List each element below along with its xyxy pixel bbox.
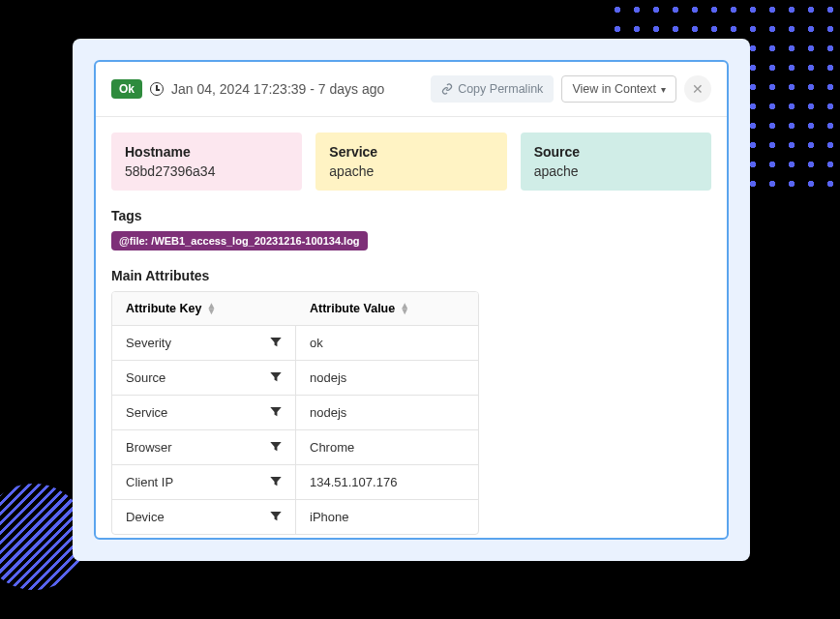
close-button[interactable]: ✕	[684, 75, 711, 103]
copy-permalink-button[interactable]: Copy Permalink	[431, 75, 554, 103]
attr-value: nodejs	[296, 396, 478, 429]
panel-inner: Ok Jan 04, 2024 17:23:39 - 7 days ago Co…	[94, 60, 729, 540]
attr-key: Device	[126, 510, 165, 524]
panel-outer: Ok Jan 04, 2024 17:23:39 - 7 days ago Co…	[73, 39, 750, 561]
info-boxes: Hostname 58bd27396a34 Service apache Sou…	[111, 133, 711, 191]
tag-pill[interactable]: @file: /WEB1_access_log_20231216-100134.…	[111, 231, 368, 251]
table-row: Sourcenodejs	[112, 361, 478, 396]
attr-key: Browser	[126, 440, 172, 455]
source-value: apache	[534, 163, 698, 179]
attr-key: Source	[126, 370, 165, 385]
view-in-context-label: View in Context	[572, 82, 656, 96]
timestamp: Jan 04, 2024 17:23:39 - 7 days ago	[171, 81, 423, 97]
table-row: Servicenodejs	[112, 396, 478, 430]
panel-header: Ok Jan 04, 2024 17:23:39 - 7 days ago Co…	[96, 62, 727, 117]
attr-value: iPhone	[296, 500, 478, 534]
attr-key: Severity	[126, 336, 171, 350]
source-label: Source	[534, 144, 698, 160]
hostname-label: Hostname	[125, 144, 288, 160]
service-value: apache	[329, 163, 493, 179]
copy-permalink-label: Copy Permalink	[458, 82, 543, 96]
attr-key: Service	[126, 405, 167, 420]
filter-icon[interactable]	[270, 440, 282, 455]
attr-value: nodejs	[296, 361, 478, 395]
attr-key-cell: Source	[112, 361, 296, 395]
attributes-table: Attribute Key ▲▼ Attribute Value ▲▼ Seve…	[111, 291, 479, 535]
column-value-header[interactable]: Attribute Value ▲▼	[296, 292, 478, 325]
sort-icon: ▲▼	[206, 303, 216, 314]
attr-key-cell: Browser	[112, 430, 296, 464]
source-box[interactable]: Source apache	[521, 133, 711, 191]
filter-icon[interactable]	[270, 336, 282, 350]
hostname-box[interactable]: Hostname 58bd27396a34	[111, 133, 302, 191]
table-row: Severityok	[112, 326, 478, 361]
attr-key-cell: Device	[112, 500, 296, 534]
table-row: Client IP134.51.107.176	[112, 465, 478, 500]
service-label: Service	[329, 144, 493, 160]
status-badge: Ok	[111, 79, 142, 99]
panel-content: Hostname 58bd27396a34 Service apache Sou…	[96, 117, 727, 540]
column-key-label: Attribute Key	[126, 302, 201, 315]
view-in-context-button[interactable]: View in Context ▾	[561, 75, 676, 103]
column-key-header[interactable]: Attribute Key ▲▼	[112, 292, 296, 325]
table-body: SeverityokSourcenodejsServicenodejsBrows…	[112, 326, 478, 534]
service-box[interactable]: Service apache	[315, 133, 506, 191]
tags-title: Tags	[111, 208, 711, 223]
table-row: DeviceiPhone	[112, 500, 478, 534]
attr-key-cell: Severity	[112, 326, 296, 360]
table-header: Attribute Key ▲▼ Attribute Value ▲▼	[112, 292, 478, 326]
table-row: BrowserChrome	[112, 430, 478, 465]
attr-value: ok	[296, 326, 478, 360]
filter-icon[interactable]	[270, 510, 282, 524]
filter-icon[interactable]	[270, 405, 282, 420]
close-icon: ✕	[692, 81, 704, 97]
hostname-value: 58bd27396a34	[125, 163, 288, 179]
filter-icon[interactable]	[270, 475, 282, 489]
attr-value: 134.51.107.176	[296, 465, 478, 499]
chevron-down-icon: ▾	[661, 84, 666, 95]
attr-key-cell: Service	[112, 396, 296, 429]
attr-key-cell: Client IP	[112, 465, 296, 499]
clock-icon	[150, 82, 164, 96]
column-value-label: Attribute Value	[310, 302, 395, 315]
filter-icon[interactable]	[270, 370, 282, 385]
attributes-title: Main Attributes	[111, 268, 711, 283]
attr-value: Chrome	[296, 430, 478, 464]
link-icon	[441, 83, 453, 95]
sort-icon: ▲▼	[400, 303, 409, 314]
attr-key: Client IP	[126, 475, 173, 489]
